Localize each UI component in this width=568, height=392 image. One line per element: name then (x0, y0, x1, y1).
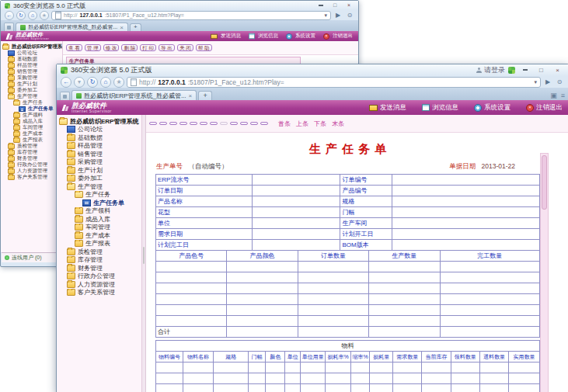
erp-header-link[interactable]: 浏览信息 (248, 33, 278, 40)
empty-cell[interactable] (422, 363, 451, 373)
empty-cell[interactable] (156, 272, 227, 283)
empty-cell[interactable] (369, 262, 440, 272)
field-value-cell[interactable] (252, 186, 340, 196)
empty-cell[interactable] (350, 373, 370, 384)
empty-row[interactable] (156, 294, 540, 305)
empty-cell[interactable] (214, 373, 249, 384)
close-button[interactable]: × (551, 66, 564, 75)
maximize-button[interactable]: □ (329, 2, 340, 9)
field-value-cell[interactable] (252, 229, 340, 240)
empty-cell[interactable] (266, 384, 285, 392)
tree-item[interactable]: 胜必威纺织ERP管理系统 (1, 43, 62, 50)
tree-item[interactable]: 公司论坛 (57, 126, 141, 134)
field-value-cell[interactable] (392, 196, 540, 207)
address-input[interactable]: http:// 127.0.0.1 :51807/P1_Face_u12.htm… (127, 77, 541, 88)
360-clover-icon[interactable] (508, 67, 515, 74)
minimize-button[interactable] (315, 2, 326, 9)
tree-item[interactable]: 生产领料 (57, 207, 141, 216)
empty-row[interactable] (156, 283, 540, 294)
toolbar-button[interactable]: 打 印 (140, 44, 156, 51)
tree-item[interactable]: 样品管理 (1, 62, 62, 68)
tree-item[interactable]: 胜必威纺织ERP管理系统 (57, 117, 141, 126)
empty-cell[interactable] (509, 373, 540, 384)
empty-cell[interactable] (227, 272, 298, 283)
tree-item[interactable]: 质检管理 (57, 248, 141, 256)
toolbar-button[interactable] (190, 122, 197, 125)
forward-icon[interactable]: ▾ (74, 77, 85, 88)
empty-cell[interactable] (249, 363, 266, 373)
empty-cell[interactable] (285, 384, 301, 392)
new-tab-button[interactable]: + (130, 23, 141, 31)
tree-item[interactable]: 生产任务 (57, 191, 141, 199)
empty-cell[interactable] (156, 305, 227, 316)
field-value-cell[interactable] (392, 207, 540, 218)
empty-cell[interactable] (369, 316, 440, 327)
empty-cell[interactable] (298, 262, 368, 272)
empty-cell[interactable] (451, 373, 479, 384)
empty-cell[interactable] (156, 294, 227, 305)
empty-cell[interactable] (298, 294, 368, 305)
empty-cell[interactable] (326, 373, 350, 384)
minimize-button[interactable] (518, 66, 531, 75)
tree-item[interactable]: 财务管理 (57, 264, 141, 272)
record-nav-link[interactable]: 末条 (332, 120, 344, 128)
tree-item[interactable]: 销售管理 (1, 68, 62, 75)
empty-cell[interactable] (369, 272, 440, 283)
field-value-cell[interactable] (392, 229, 540, 240)
toolbar-button[interactable] (179, 122, 187, 125)
empty-cell[interactable] (393, 373, 422, 384)
tree-item[interactable]: 生产计划 (1, 81, 62, 87)
favorites-star-icon[interactable]: ★ (40, 11, 49, 20)
refresh-icon[interactable]: ↻ (16, 11, 26, 20)
toolbar-button[interactable]: 管 理 (85, 44, 101, 51)
toolbar-button[interactable] (159, 122, 167, 125)
empty-cell[interactable] (369, 305, 440, 316)
record-nav-link[interactable]: 下条 (314, 120, 326, 128)
tree-item[interactable]: 生产报表 (57, 240, 141, 248)
record-nav-link[interactable]: 上条 (296, 120, 308, 128)
empty-cell[interactable] (298, 316, 368, 327)
empty-row[interactable] (156, 384, 540, 392)
empty-cell[interactable] (350, 384, 370, 392)
empty-cell[interactable] (156, 384, 183, 392)
empty-row[interactable] (156, 272, 540, 283)
favorites-star-icon[interactable]: ★ (113, 77, 124, 88)
refresh-icon[interactable]: ↻ (87, 77, 98, 88)
empty-cell[interactable] (479, 384, 508, 392)
empty-row[interactable] (156, 363, 540, 373)
login-link[interactable]: 请登录 (476, 65, 505, 75)
empty-cell[interactable] (301, 363, 326, 373)
tab-close-icon[interactable]: × (189, 92, 193, 99)
empty-cell[interactable] (227, 283, 298, 294)
empty-cell[interactable] (440, 316, 540, 327)
tree-item[interactable]: 车间管理 (57, 224, 141, 232)
tree-item[interactable]: 基础数据 (57, 134, 141, 142)
tree-item[interactable]: 库存管理 (57, 256, 141, 265)
field-value-cell[interactable] (252, 207, 340, 218)
toolbar-button[interactable]: 关 闭 (177, 44, 193, 51)
empty-cell[interactable] (422, 384, 451, 392)
tree-item[interactable]: 销售管理 (57, 150, 141, 158)
go-icon[interactable]: ▶ (333, 12, 343, 19)
tree-item[interactable]: 委外加工 (1, 87, 62, 93)
toolbar-button[interactable] (149, 122, 157, 125)
tab-grid-icon[interactable]: ▣ (550, 92, 557, 99)
tree-item[interactable]: 成品入库 (1, 118, 62, 124)
erp-header-link[interactable]: 发送消息 (210, 33, 241, 40)
form-scrollbar[interactable] (540, 153, 549, 392)
erp-header-link[interactable]: 浏览信息 (422, 103, 458, 113)
tree-item[interactable]: 生产任务 (1, 99, 62, 106)
empty-cell[interactable] (479, 363, 508, 373)
tree-item[interactable]: 生产领料 (1, 112, 62, 118)
record-nav-link[interactable]: 首条 (278, 120, 291, 128)
browser-menu-icon[interactable] (60, 92, 70, 100)
url-dropdown-icon[interactable]: ▾ (534, 79, 537, 85)
empty-cell[interactable] (451, 363, 479, 373)
toolbar-button[interactable] (210, 122, 218, 125)
empty-cell[interactable] (451, 384, 479, 392)
tree-item[interactable]: 车间管理 (1, 124, 62, 130)
tree-item[interactable]: 客户关系管理 (1, 174, 62, 180)
back-icon[interactable]: ← (5, 11, 14, 20)
tree-item[interactable]: 行政办公管理 (57, 272, 141, 281)
empty-cell[interactable] (227, 305, 298, 316)
